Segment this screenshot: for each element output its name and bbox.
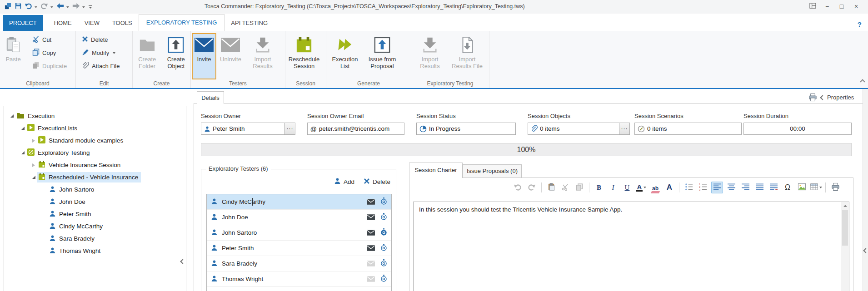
align-right-button[interactable]	[739, 182, 751, 193]
maximize-button[interactable]: □	[835, 1, 848, 11]
align-distribute-button[interactable]	[768, 182, 779, 193]
forward-button[interactable]	[71, 1, 81, 12]
tree-item-vehicle-insurance-session[interactable]: Vehicle Insurance Session	[4, 159, 186, 171]
italic-button[interactable]: I	[607, 182, 619, 193]
ribbon-button-issue-from-proposal[interactable]: Issue from Proposal	[364, 33, 400, 79]
ribbon-button-copy[interactable]: Copy	[30, 46, 69, 59]
charter-editor[interactable]: In this session you should test the Tric…	[413, 202, 849, 291]
mail-icon[interactable]	[367, 214, 375, 220]
bold-button[interactable]: B	[593, 182, 605, 193]
mail-icon[interactable]	[367, 276, 375, 282]
chevron-down-icon[interactable]	[35, 6, 37, 8]
session-duration-input[interactable]: 00:00	[743, 123, 852, 135]
back-button[interactable]	[55, 1, 65, 12]
tab-project[interactable]: PROJECT	[3, 15, 43, 31]
session-status-input[interactable]: In Progress	[416, 123, 516, 135]
add-tester-button[interactable]: Add	[334, 178, 354, 186]
tree-expanded-icon[interactable]	[30, 176, 37, 179]
timer-icon[interactable]	[380, 228, 387, 237]
tester-row-cindy-mccarthy[interactable]: Cindy McCarthy	[207, 194, 391, 210]
tree-item-rescheduled-vehicle-insurance[interactable]: Rescheduled - Vehicle Insurance	[4, 171, 186, 183]
tab-exploratory-testing[interactable]: EXPLORATORY TESTING	[139, 14, 225, 31]
tree-expanded-icon[interactable]	[20, 151, 26, 154]
timer-icon[interactable]	[380, 197, 387, 207]
align-center-button[interactable]	[725, 182, 737, 193]
right-panel-collapsed-strip[interactable]	[863, 89, 868, 291]
tree-splitter-collapse-icon[interactable]	[181, 257, 185, 265]
timer-icon[interactable]	[380, 244, 387, 253]
tester-row-thomas-wright[interactable]: Thomas Wright	[207, 271, 391, 287]
tree-collapsed-icon[interactable]	[30, 139, 37, 143]
tree-item-execution[interactable]: Execution	[4, 110, 186, 122]
bullet-list-button[interactable]	[683, 182, 695, 193]
editor-scrollbar[interactable]	[841, 202, 849, 291]
help-button[interactable]: ?	[858, 20, 862, 28]
tree-expanded-icon[interactable]	[20, 127, 26, 130]
align-left-button[interactable]	[711, 182, 723, 193]
insert-image-button[interactable]	[796, 182, 808, 193]
session-objects-browse-button[interactable]: ···	[619, 123, 629, 134]
scroll-up-icon[interactable]	[841, 202, 849, 210]
timer-icon[interactable]	[380, 259, 387, 268]
customize-quick-access-button[interactable]	[87, 1, 94, 12]
minimize-button[interactable]: −	[821, 1, 833, 11]
scrollbar-thumb[interactable]	[842, 210, 848, 246]
tree-item-thomas-wright[interactable]: Thomas Wright	[4, 245, 186, 257]
layout-button[interactable]	[806, 1, 819, 11]
font-color-button[interactable]: A	[635, 182, 647, 193]
tree-item-sara-bradely[interactable]: Sara Bradely	[4, 232, 186, 245]
tester-row-john-doe[interactable]: John Doe	[207, 210, 391, 225]
align-justify-button[interactable]	[753, 182, 765, 193]
save-button[interactable]	[13, 1, 23, 12]
mail-icon[interactable]	[367, 261, 375, 266]
session-objects-input[interactable]: 0 items···	[528, 123, 630, 135]
mail-icon[interactable]	[367, 230, 375, 236]
timer-icon[interactable]	[380, 213, 387, 222]
insert-table-button[interactable]	[810, 182, 822, 193]
paste-button[interactable]	[545, 182, 557, 193]
special-character-button[interactable]: Ω	[782, 182, 793, 193]
mail-icon[interactable]	[367, 245, 375, 251]
timer-icon[interactable]	[380, 275, 387, 284]
underline-button[interactable]: U	[621, 182, 633, 193]
ribbon-button-cut[interactable]: Cut	[30, 33, 69, 46]
tab-session-charter[interactable]: Session Charter	[409, 163, 463, 178]
highlight-button[interactable]: ab	[649, 182, 661, 193]
chevron-down-icon[interactable]	[819, 187, 822, 188]
chevron-down-icon[interactable]	[66, 6, 69, 8]
tree-expanded-icon[interactable]	[9, 114, 15, 118]
ribbon-button-create-object[interactable]: Create Object	[163, 33, 190, 79]
undo-button[interactable]	[23, 1, 34, 12]
session-owner-input[interactable]: Peter Smith···	[201, 123, 295, 135]
session-owner-email-input[interactable]: @peter.smith@tricentis.com	[307, 123, 404, 135]
tester-row-peter-smith[interactable]: Peter Smith	[207, 241, 391, 256]
session-owner-browse-button[interactable]: ···	[284, 123, 295, 134]
tree-item-executionlists[interactable]: ExecutionLists	[4, 122, 186, 134]
tab-details[interactable]: Details	[197, 91, 224, 104]
tree-item-john-doe[interactable]: John Doe	[4, 196, 186, 208]
tab-view[interactable]: VIEW	[78, 15, 106, 31]
chevron-down-icon[interactable]	[644, 187, 646, 188]
tab-tools[interactable]: TOOLS	[106, 15, 139, 31]
tab-issue-proposals-0[interactable]: Issue Proposals (0)	[463, 164, 522, 178]
session-scenarios-input[interactable]: 0 items	[634, 123, 742, 135]
tree-collapsed-icon[interactable]	[30, 163, 37, 167]
ribbon-button-modify[interactable]: Modify	[80, 46, 122, 59]
numbered-list-button[interactable]: 123	[697, 182, 709, 193]
ribbon-collapse-icon[interactable]	[861, 77, 864, 85]
chevron-down-icon[interactable]	[82, 6, 85, 8]
print-button[interactable]	[829, 182, 841, 193]
tab-api-testing[interactable]: API TESTING	[224, 15, 274, 31]
tester-row-john-sartoro[interactable]: John Sartoro	[207, 225, 391, 241]
tree-item-peter-smith[interactable]: Peter Smith	[4, 208, 186, 220]
tree-item-exploratory-testing[interactable]: Exploratory Testing	[4, 147, 186, 159]
tree-item-john-sartoro[interactable]: John Sartoro	[4, 183, 186, 196]
tab-home[interactable]: HOME	[48, 15, 78, 31]
print-icon[interactable]	[808, 93, 817, 104]
ribbon-button-execution-list[interactable]: Execution List	[327, 33, 363, 79]
delete-tester-button[interactable]: Delete	[364, 178, 390, 186]
properties-toggle[interactable]: Properties	[821, 94, 854, 101]
tester-row-sara-bradely[interactable]: Sara Bradely	[207, 256, 391, 271]
tree-item-standard-module-examples[interactable]: Standard module examples	[4, 134, 186, 147]
mail-icon[interactable]	[367, 199, 375, 205]
